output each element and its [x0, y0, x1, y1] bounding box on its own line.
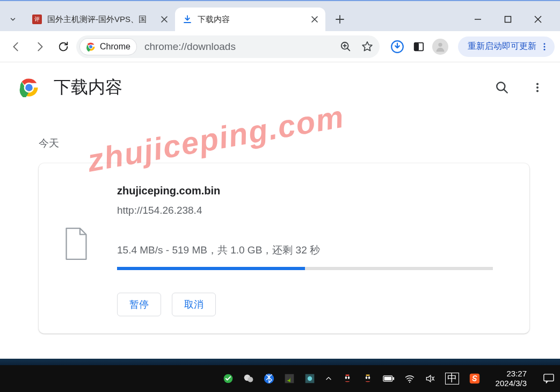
tray-wechat-icon[interactable]	[243, 373, 254, 384]
tray-sogou-icon[interactable]	[469, 373, 481, 384]
desktop-strip	[0, 359, 560, 365]
reload-button[interactable]	[53, 36, 74, 57]
downloads-content: zhujiceping.com 今天 zhujiceping.com.bin h…	[0, 136, 560, 333]
svg-rect-29	[345, 375, 349, 376]
svg-point-21	[248, 377, 253, 382]
svg-rect-0	[505, 17, 511, 23]
svg-rect-39	[544, 374, 554, 381]
notifications-button[interactable]	[541, 371, 557, 387]
svg-point-31	[365, 376, 367, 379]
svg-point-28	[347, 376, 349, 379]
downloads-header: 下载内容	[0, 62, 560, 113]
svg-point-10	[544, 46, 546, 47]
taskbar: 中 23:27 2024/3/3	[0, 365, 560, 392]
system-tray: 中 23:27 2024/3/3	[223, 369, 557, 388]
file-icon	[60, 228, 92, 316]
clock-date: 2024/3/3	[496, 379, 527, 388]
update-label: 重新启动即可更新	[468, 41, 536, 52]
forward-button[interactable]	[29, 36, 50, 57]
search-downloads-button[interactable]	[492, 78, 512, 97]
svg-point-17	[536, 86, 539, 89]
progress-fill	[117, 267, 305, 270]
tray-battery-icon[interactable]	[383, 375, 395, 382]
minimize-button[interactable]	[471, 12, 485, 26]
progress-bar	[117, 267, 493, 270]
svg-point-27	[345, 376, 346, 379]
download-info: zhujiceping.com.bin http://154.26.238.4 …	[117, 185, 493, 316]
tray-qq-icon[interactable]	[342, 373, 353, 384]
tray-volume-icon[interactable]	[425, 373, 435, 384]
tabs-dropdown-button[interactable]	[4, 11, 21, 28]
bookmark-icon[interactable]	[358, 38, 376, 56]
svg-rect-35	[392, 377, 394, 380]
taskbar-clock[interactable]: 23:27 2024/3/3	[496, 369, 527, 388]
svg-rect-36	[384, 377, 391, 381]
sidepanel-icon[interactable]	[411, 39, 427, 55]
tab-active[interactable]: 下载内容	[175, 8, 325, 31]
svg-point-13	[25, 84, 33, 91]
svg-point-2	[89, 45, 92, 48]
svg-point-11	[544, 48, 546, 50]
downloads-ext-icon[interactable]	[389, 39, 405, 55]
profile-avatar[interactable]	[432, 39, 448, 55]
tray-bluetooth-icon[interactable]	[264, 373, 274, 384]
svg-point-8	[438, 42, 442, 46]
tray-nvidia-icon[interactable]	[284, 373, 295, 384]
svg-point-32	[368, 376, 369, 379]
site-chip[interactable]: Chrome	[79, 38, 137, 55]
tray-shield-icon[interactable]	[223, 373, 234, 384]
tab-title: 国外主机测评-国外VPS、国	[47, 14, 154, 25]
tab-inactive-1[interactable]: 评 国外主机测评-国外VPS、国	[25, 8, 175, 31]
download-stats: 15.4 MB/s - 519 MB，共 1.0 GB，还剩 32 秒	[117, 243, 493, 257]
tab-title: 下载内容	[198, 14, 304, 25]
download-card: zhujiceping.com.bin http://154.26.238.4 …	[39, 163, 529, 333]
svg-point-9	[544, 43, 546, 45]
tab-close-button[interactable]	[159, 14, 170, 25]
cancel-button[interactable]: 取消	[172, 293, 216, 316]
chrome-logo-icon	[19, 78, 39, 97]
svg-point-25	[307, 376, 311, 381]
more-button[interactable]	[528, 78, 547, 97]
clock-time: 23:27	[506, 369, 527, 379]
window-controls	[471, 12, 556, 26]
extensions-row: 重新启动即可更新	[389, 37, 555, 57]
zoom-icon[interactable]	[337, 38, 355, 56]
download-filename: zhujiceping.com.bin	[117, 185, 493, 197]
window-titlebar: 评 国外主机测评-国外VPS、国 下载内容	[0, 0, 560, 31]
download-url[interactable]: http://154.26.238.4	[117, 205, 493, 216]
svg-rect-7	[414, 42, 419, 50]
maximize-button[interactable]	[501, 12, 515, 26]
update-chip[interactable]: 重新启动即可更新	[458, 37, 555, 57]
tray-app1-icon[interactable]	[304, 373, 315, 384]
svg-point-16	[536, 83, 539, 85]
tray-qq2-icon[interactable]	[362, 373, 373, 384]
download-icon	[183, 14, 192, 24]
site-chip-label: Chrome	[100, 42, 130, 52]
omnibox[interactable]: Chrome chrome://downloads	[76, 35, 380, 58]
address-bar: Chrome chrome://downloads 重新启动即可更新	[0, 31, 560, 62]
tab-close-button[interactable]	[309, 14, 320, 25]
back-button[interactable]	[5, 36, 27, 57]
new-tab-button[interactable]	[331, 10, 349, 28]
page-title: 下载内容	[54, 76, 122, 99]
date-header: 今天	[39, 136, 539, 150]
pause-button[interactable]: 暂停	[117, 293, 161, 316]
tray-chevron-up-icon[interactable]	[325, 375, 332, 382]
tray-ime-indicator[interactable]: 中	[445, 373, 459, 384]
svg-point-37	[409, 382, 410, 383]
close-window-button[interactable]	[531, 12, 545, 26]
favicon-icon: 评	[32, 14, 42, 24]
url-text: chrome://downloads	[144, 41, 333, 53]
tray-wifi-icon[interactable]	[404, 373, 415, 384]
svg-rect-33	[366, 375, 369, 376]
svg-point-18	[536, 90, 539, 92]
